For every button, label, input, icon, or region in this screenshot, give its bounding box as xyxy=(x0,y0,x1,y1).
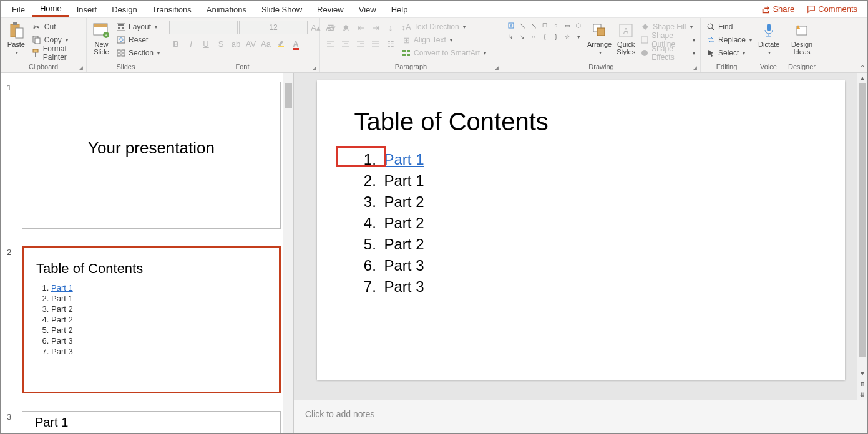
collapse-ribbon-button[interactable]: ⌃ xyxy=(860,64,865,71)
font-size-input[interactable] xyxy=(239,21,308,34)
slide-list-item[interactable]: Part 1 xyxy=(381,151,807,168)
shape-gallery[interactable]: A ＼ ＼ ☐ ○ ▭ ⬡ ↳ ↘ ↔ { } ☆ ▾ xyxy=(506,21,583,42)
align-center-button[interactable] xyxy=(339,37,353,51)
share-button[interactable]: Share xyxy=(755,2,801,16)
group-designer: Design Ideas Designer xyxy=(784,18,819,72)
thumbnail-panel[interactable]: 1Your presentation2Table of ContentsPart… xyxy=(1,73,294,433)
font-color-button[interactable]: A xyxy=(289,37,303,51)
numbering-button[interactable]: ≡ xyxy=(339,21,353,34)
thumbnail-row[interactable]: 3Part 1 xyxy=(1,402,293,433)
decrease-indent-button[interactable]: ⇤ xyxy=(354,21,368,34)
scroll-handle[interactable] xyxy=(859,83,866,357)
tab-file[interactable]: File xyxy=(4,2,32,16)
thumbnail-slide[interactable]: Table of ContentsPart 1Part 1Part 2Part … xyxy=(22,246,281,393)
find-button[interactable]: Find xyxy=(705,21,753,33)
scroll-down-button[interactable]: ▼ xyxy=(857,369,867,379)
layout-button[interactable]: Layout▾ xyxy=(115,21,161,33)
shadow-button[interactable]: ab xyxy=(229,37,243,51)
change-case-button[interactable]: Aa xyxy=(259,37,273,51)
prev-slide-button[interactable]: ⇈ xyxy=(857,379,867,389)
slide-content-list[interactable]: Part 1Part 1Part 2Part 2Part 2Part 3Part… xyxy=(354,151,807,296)
slide-list-item[interactable]: Part 2 xyxy=(381,236,807,253)
bullets-button[interactable]: ☰ xyxy=(324,21,338,34)
slide-list-item[interactable]: Part 2 xyxy=(381,193,807,211)
tab-animations[interactable]: Animations xyxy=(199,2,254,16)
hyperlink[interactable]: Part 1 xyxy=(384,151,424,168)
arrange-button[interactable]: Arrange▾ xyxy=(586,21,613,57)
tab-home[interactable]: Home xyxy=(32,1,69,17)
comments-button[interactable]: Comments xyxy=(801,2,864,16)
align-right-button[interactable] xyxy=(354,37,368,51)
design-ideas-button[interactable]: Design Ideas xyxy=(788,21,816,55)
justify-button[interactable] xyxy=(369,37,383,51)
section-button[interactable]: Section▾ xyxy=(115,47,161,59)
comment-icon xyxy=(807,5,816,14)
designer-group-label: Designer xyxy=(788,62,816,72)
tab-help[interactable]: Help xyxy=(384,2,416,16)
new-slide-icon: + xyxy=(92,22,110,39)
arrange-label: Arrange xyxy=(587,41,612,48)
slide-canvas[interactable]: Table of Contents Part 1Part 1Part 2Part… xyxy=(294,73,867,400)
notes-pane[interactable]: Click to add notes xyxy=(294,400,867,433)
highlight-button[interactable] xyxy=(274,37,288,51)
text-direction-button[interactable]: ↕A Text Direction▾ xyxy=(400,21,487,33)
tab-transitions[interactable]: Transitions xyxy=(145,2,199,16)
strikethrough-button[interactable]: S xyxy=(214,37,228,51)
shape-fill-label: Shape Fill xyxy=(653,22,686,31)
thumbnail-slide[interactable]: Part 1 xyxy=(22,411,281,433)
thumbnail-row[interactable]: 2Table of ContentsPart 1Part 1Part 2Part… xyxy=(1,238,293,402)
slide-list-item[interactable]: Part 2 xyxy=(381,215,807,232)
dictate-button[interactable]: Dictate▾ xyxy=(757,21,781,57)
layout-icon xyxy=(116,22,126,32)
replace-button[interactable]: Replace▾ xyxy=(705,34,753,46)
reset-button[interactable]: Reset xyxy=(115,34,161,46)
tab-insert[interactable]: Insert xyxy=(69,2,105,16)
convert-smartart-button[interactable]: Convert to SmartArt▾ xyxy=(400,47,487,59)
slide-list-item[interactable]: Part 3 xyxy=(381,257,807,274)
line-spacing-button[interactable]: ↕ xyxy=(384,21,397,34)
layout-label: Layout xyxy=(129,22,151,31)
thumbnail-row[interactable]: 1Your presentation xyxy=(1,73,293,238)
svg-rect-12 xyxy=(118,24,124,26)
slide-area: Table of Contents Part 1Part 1Part 2Part… xyxy=(294,73,867,433)
align-left-button[interactable] xyxy=(324,37,338,51)
shape-effects-button[interactable]: Shape Effects▾ xyxy=(639,47,696,59)
thumbnail-scrollbar[interactable] xyxy=(283,73,293,433)
format-painter-button[interactable]: Format Painter xyxy=(31,47,82,59)
char-spacing-button[interactable]: AV xyxy=(244,37,258,51)
font-dialog-launcher[interactable]: ◢ xyxy=(312,65,318,71)
tab-slideshow[interactable]: Slide Show xyxy=(254,2,310,16)
new-slide-button[interactable]: + New Slide xyxy=(90,21,112,55)
scroll-up-button[interactable]: ▲ xyxy=(857,73,867,83)
tab-design[interactable]: Design xyxy=(104,2,144,16)
slide-vertical-scrollbar[interactable]: ▲ ▼ ⇈ ⇊ xyxy=(857,73,867,400)
paste-button[interactable]: Paste▾ xyxy=(4,21,28,57)
align-text-button[interactable]: ⊞ Align Text▾ xyxy=(400,34,487,46)
slide-title[interactable]: Table of Contents xyxy=(354,108,807,136)
slide-list-item[interactable]: Part 3 xyxy=(381,278,807,296)
group-drawing: A ＼ ＼ ☐ ○ ▭ ⬡ ↳ ↘ ↔ { } ☆ ▾ Arrange▾ xyxy=(502,18,701,72)
quick-styles-button[interactable]: A Quick Styles xyxy=(615,21,636,55)
bold-button[interactable]: B xyxy=(169,37,183,51)
tab-review[interactable]: Review xyxy=(310,2,351,16)
scrollbar-handle[interactable] xyxy=(285,83,292,108)
next-slide-button[interactable]: ⇊ xyxy=(857,390,867,400)
thumbnail-slide[interactable]: Your presentation xyxy=(22,82,281,229)
font-name-input[interactable] xyxy=(169,21,238,34)
underline-button[interactable]: U xyxy=(199,37,213,51)
columns-button[interactable]: ☷ xyxy=(384,37,397,51)
svg-rect-5 xyxy=(33,49,38,52)
paragraph-dialog-launcher[interactable]: ◢ xyxy=(494,65,500,71)
text-direction-icon: ↕A xyxy=(401,22,411,32)
slide-list-item[interactable]: Part 1 xyxy=(381,172,807,190)
align-text-icon: ⊞ xyxy=(401,35,411,45)
select-button[interactable]: Select▾ xyxy=(705,47,753,59)
drawing-dialog-launcher[interactable]: ◢ xyxy=(693,65,699,71)
slide[interactable]: Table of Contents Part 1Part 1Part 2Part… xyxy=(317,80,845,380)
ribbon: Paste▾ ✂ Cut Copy▾ Format Paint xyxy=(1,18,867,73)
cut-button[interactable]: ✂ Cut xyxy=(31,21,82,33)
clipboard-dialog-launcher[interactable]: ◢ xyxy=(79,65,85,71)
increase-indent-button[interactable]: ⇥ xyxy=(369,21,383,34)
italic-button[interactable]: I xyxy=(184,37,198,51)
tab-view[interactable]: View xyxy=(351,2,384,16)
